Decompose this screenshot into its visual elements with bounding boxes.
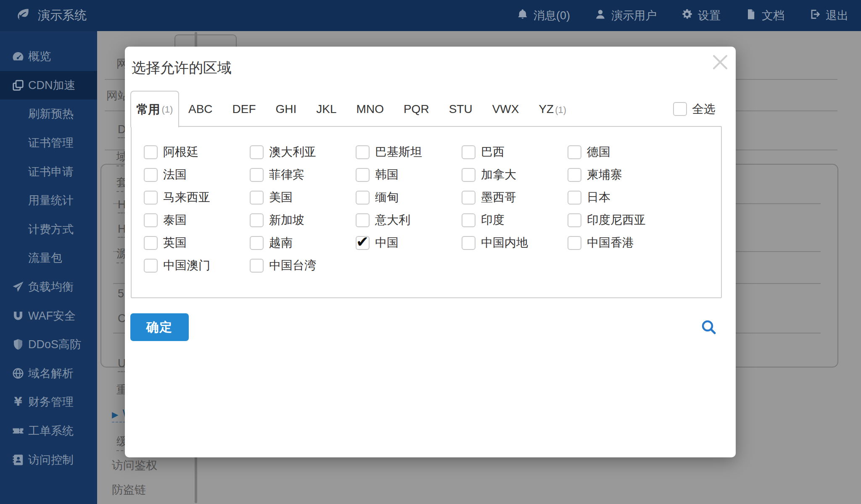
navbar-item[interactable]: 退出	[809, 8, 848, 23]
ticket-icon	[11, 424, 25, 438]
dialog-title: 选择允许的区域	[132, 58, 232, 78]
checkbox[interactable]	[144, 213, 158, 227]
dashboard-icon	[11, 50, 25, 63]
sidebar-item[interactable]: WAF安全	[0, 301, 97, 330]
region-checkbox-item[interactable]: 缅甸	[356, 186, 462, 209]
checkbox[interactable]	[250, 145, 264, 159]
leaf-icon	[15, 6, 31, 25]
tab-letter[interactable]: VWX	[483, 102, 530, 116]
tab-letter[interactable]: STU	[440, 102, 483, 116]
checkbox[interactable]	[356, 236, 370, 250]
checkbox[interactable]	[144, 259, 158, 273]
region-checkbox-item[interactable]: 中国香港	[568, 231, 673, 254]
sidebar-item[interactable]: 概览	[0, 42, 97, 71]
region-checkbox-item[interactable]: 印度尼西亚	[568, 209, 673, 231]
region-checkbox-item[interactable]: 新加坡	[250, 209, 356, 231]
region-checkbox-item[interactable]: 马来西亚	[144, 186, 250, 209]
checkbox[interactable]	[250, 259, 264, 273]
navbar-item[interactable]: 演示用户	[594, 8, 657, 23]
region-checkbox-item[interactable]: 泰国	[144, 209, 250, 231]
checkbox[interactable]	[356, 191, 370, 205]
sidebar-item[interactable]: 工单系统	[0, 417, 97, 446]
checkbox[interactable]	[462, 145, 475, 159]
sidebar-item[interactable]: 负载均衡	[0, 273, 97, 302]
region-checkbox-item[interactable]: 柬埔寨	[568, 163, 673, 186]
region-checkbox-item[interactable]: 英国	[144, 231, 250, 254]
region-checkbox-item[interactable]: 阿根廷	[144, 141, 250, 163]
region-checkbox-item[interactable]: 日本	[568, 186, 673, 209]
tab-letter[interactable]: JKL	[307, 102, 347, 116]
tab-letter[interactable]: MNO	[347, 102, 394, 116]
region-checkbox-item[interactable]: 加拿大	[462, 163, 568, 186]
sidebar-item[interactable]: 证书申请	[0, 157, 97, 186]
shield-icon	[11, 338, 25, 351]
select-all-toggle[interactable]: 全选	[673, 91, 716, 127]
checkbox[interactable]	[462, 168, 475, 182]
checkbox[interactable]	[462, 236, 475, 250]
region-checkbox-item[interactable]: 意大利	[356, 209, 462, 231]
checkbox[interactable]	[250, 213, 264, 227]
region-checkbox-item[interactable]: 中国内地	[462, 231, 568, 254]
region-checkbox-item[interactable]: 巴西	[462, 141, 568, 163]
sidebar-item[interactable]: 刷新预热	[0, 100, 97, 129]
checkbox[interactable]	[462, 213, 475, 227]
checkbox[interactable]	[356, 168, 370, 182]
region-checkbox-item[interactable]: 法国	[144, 163, 250, 186]
checkbox[interactable]	[356, 213, 370, 227]
bell-icon	[517, 8, 528, 23]
region-checkbox-item[interactable]: 澳大利亚	[250, 141, 356, 163]
region-checkbox-item[interactable]: 菲律宾	[250, 163, 356, 186]
checkbox[interactable]	[568, 145, 581, 159]
sidebar-item[interactable]: DDoS高防	[0, 330, 97, 359]
checkbox[interactable]	[250, 236, 264, 250]
navbar-item[interactable]: 设置	[681, 8, 721, 23]
region-checkbox-item[interactable]: 中国	[356, 231, 462, 254]
search-icon[interactable]	[700, 319, 717, 336]
region-checkbox-item[interactable]: 中国台湾	[250, 254, 356, 277]
region-checkbox-item[interactable]: 中国澳门	[144, 254, 250, 277]
region-checkbox-item[interactable]: 越南	[250, 231, 356, 254]
sidebar-item[interactable]: 计费方式	[0, 215, 97, 244]
tab-letter[interactable]: DEF	[223, 102, 267, 116]
confirm-button[interactable]: 确定	[130, 313, 189, 341]
checkbox[interactable]	[250, 191, 264, 205]
tab-letter[interactable]: GHI	[267, 102, 307, 116]
sidebar-item[interactable]: 访问控制	[0, 445, 97, 474]
checkbox[interactable]	[144, 168, 158, 182]
checkbox[interactable]	[568, 191, 581, 205]
tab-common[interactable]: 常用 (1)	[130, 91, 179, 127]
checkbox[interactable]	[568, 213, 581, 227]
sidebar-item[interactable]: CDN加速	[0, 71, 97, 100]
sidebar-item[interactable]: 证书管理	[0, 129, 97, 158]
checkbox[interactable]	[144, 191, 158, 205]
checkbox[interactable]	[250, 168, 264, 182]
checkbox[interactable]	[462, 191, 475, 205]
checkbox[interactable]	[356, 145, 370, 159]
brand: 演示系统	[0, 6, 87, 25]
select-all-checkbox[interactable]	[673, 102, 687, 116]
checkbox[interactable]	[568, 168, 581, 182]
top-navbar: 演示系统 消息(0) 演示用户 设置 文档	[0, 0, 861, 31]
region-checkbox-item[interactable]: 巴基斯坦	[356, 141, 462, 163]
region-checkbox-item[interactable]: 美国	[250, 186, 356, 209]
tab-letter[interactable]: ABC	[179, 102, 223, 116]
navbar-item[interactable]: 文档	[745, 8, 784, 23]
checkbox[interactable]	[144, 145, 158, 159]
sidebar-item[interactable]: 流量包	[0, 244, 97, 273]
region-checkbox-item[interactable]: 韩国	[356, 163, 462, 186]
sidebar-item[interactable]: 用量统计	[0, 186, 97, 215]
sidebar-item[interactable]: 域名解析	[0, 359, 97, 388]
region-checkbox-item[interactable]: 墨西哥	[462, 186, 568, 209]
close-icon[interactable]	[710, 52, 731, 73]
navbar-item[interactable]: 消息(0)	[517, 8, 570, 23]
region-checkbox-item[interactable]: 德国	[568, 141, 673, 163]
paper-plane-icon	[11, 280, 25, 294]
tab-letter[interactable]: YZ (1)	[529, 102, 576, 116]
tab-letter[interactable]: PQR	[394, 102, 440, 116]
checkbox[interactable]	[144, 236, 158, 250]
select-all-label: 全选	[692, 101, 716, 117]
region-checkbox-item[interactable]: 印度	[462, 209, 568, 231]
checkbox[interactable]	[568, 236, 581, 250]
document-icon	[745, 8, 757, 23]
sidebar-item[interactable]: ¥ 财务管理	[0, 388, 97, 417]
